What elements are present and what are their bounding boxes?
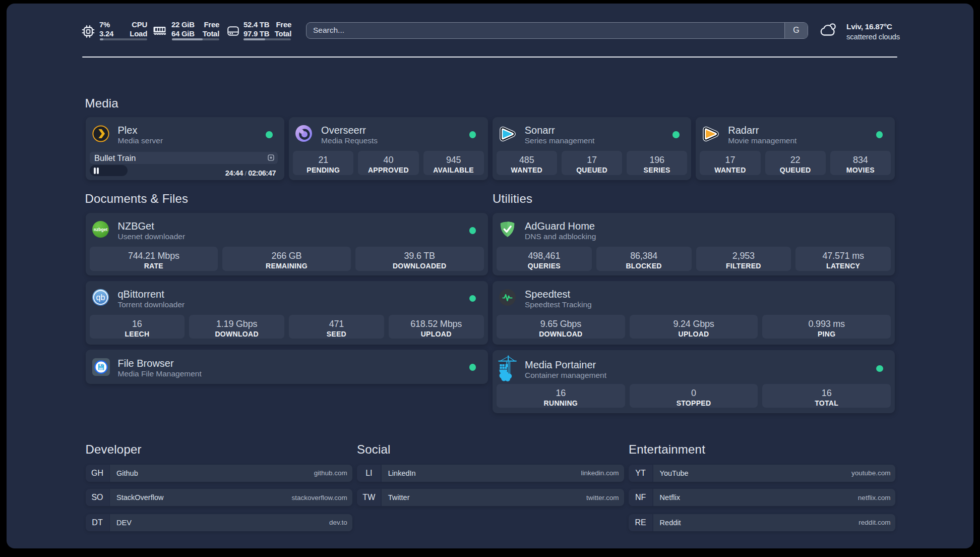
svg-text:nzbget: nzbget [93,227,107,232]
svg-text:qb: qb [96,293,105,302]
